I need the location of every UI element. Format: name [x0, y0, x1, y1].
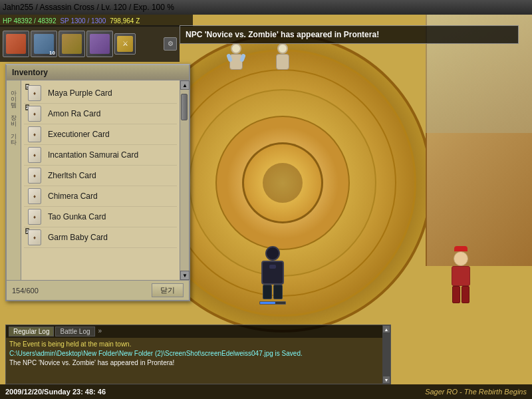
chat-tab-0[interactable]: Regular Log: [9, 327, 54, 336]
notification-bar: NPC 'Novice vs. Zombie' has appeared in …: [180, 25, 519, 44]
chat-tab-1[interactable]: Battle Log: [55, 327, 94, 336]
chat-log: Regular LogBattle Log» The Event is bein…: [5, 325, 391, 384]
inventory-item-3[interactable]: Executioner Card: [24, 124, 177, 145]
action-slot-1[interactable]: [3, 31, 29, 57]
item-label-1: Maya Purple Card: [48, 88, 174, 98]
inventory-item-1[interactable]: 5Maya Purple Card: [24, 83, 177, 104]
inventory-footer: 154/600 닫기: [7, 280, 189, 300]
inventory-list: 5Maya Purple Card2Amon Ra CardExecutione…: [21, 80, 180, 280]
item-icon-6: [27, 188, 43, 204]
inventory-item-8[interactable]: 2Garm Baby Card: [24, 227, 177, 248]
menu-btn-1[interactable]: ⚙: [164, 37, 177, 51]
sp-display: SP 1300 / 1300: [60, 17, 106, 25]
inventory-item-5[interactable]: Zherltsh Card: [24, 166, 177, 186]
action-slot-5[interactable]: ⚔: [114, 33, 136, 55]
chat-message-2: The NPC 'Novice vs. Zombie' has appeared…: [9, 358, 387, 368]
item-icon-3: [27, 126, 43, 142]
inventory-body: 아이템 장비 기타 5Maya Purple Card2Amon Ra Card…: [7, 80, 189, 280]
datetime-display: 2009/12/20/Sunday 23: 48: 46: [5, 388, 106, 396]
item-icon-8: 2: [27, 229, 43, 245]
item-label-5: Zherltsh Card: [48, 171, 174, 180]
action-slot-3[interactable]: [59, 31, 85, 57]
item-icon-2: 2: [27, 106, 43, 122]
item-label-7: Tao Gunka Card: [48, 212, 174, 221]
inventory-scrollbar[interactable]: ▲ ▼: [180, 80, 189, 280]
item-label-2: Amon Ra Card: [48, 109, 174, 118]
chat-message-0: The Event is being held at the main town…: [9, 340, 387, 349]
title-bar: Jahn255 / Assassin Cross / Lv. 120 / Exp…: [0, 0, 532, 15]
inventory-window: Inventory 아이템 장비 기타 5Maya Purple Card2Am…: [5, 64, 190, 301]
action-slot-4[interactable]: [86, 31, 113, 57]
chat-tab-arrow[interactable]: »: [96, 327, 104, 336]
scroll-down-arrow[interactable]: ▼: [180, 271, 190, 280]
notification-text: NPC 'Novice vs. Zombie' has appeared in …: [186, 30, 379, 39]
inventory-title: Inventory: [7, 65, 189, 80]
action-bar: 10 ⚔ ⚙: [0, 25, 180, 62]
inventory-sidebar: 아이템 장비 기타: [7, 80, 21, 280]
action-slot-2[interactable]: 10: [31, 31, 57, 57]
inventory-count: 154/600: [12, 287, 39, 295]
close-button[interactable]: 닫기: [152, 283, 184, 297]
chat-scroll-down[interactable]: ▼: [382, 376, 390, 384]
inventory-item-7[interactable]: Tao Gunka Card: [24, 207, 177, 227]
zeny-display: 798,964 Z: [110, 17, 140, 25]
chat-message-1: C:\Users\admin\Desktop\New Folder\New Fo…: [9, 349, 387, 358]
bottom-bar: 2009/12/20/Sunday 23: 48: 46 Sager RO - …: [0, 384, 532, 399]
item-label-4: Incantation Samurai Card: [48, 150, 174, 160]
hp-display: HP 48392 / 48392: [3, 17, 56, 25]
sidebar-tab-item[interactable]: 아이템: [8, 83, 19, 106]
chat-scrollbar[interactable]: ▲ ▼: [382, 325, 390, 384]
inventory-item-6[interactable]: Chimera Card: [24, 186, 177, 207]
inventory-item-2[interactable]: 2Amon Ra Card: [24, 104, 177, 124]
game-title-display: Sager RO - The Rebirth Begins: [425, 388, 527, 396]
item-icon-1: 5: [27, 85, 43, 101]
item-label-8: Garm Baby Card: [48, 233, 174, 242]
item-icon-5: [27, 168, 43, 184]
chat-tabs: Regular LogBattle Log»: [6, 325, 390, 338]
sidebar-tab-other[interactable]: 기타: [8, 126, 19, 144]
npc-sprites-top: [200, 43, 332, 96]
item-icon-4: [27, 147, 43, 163]
player-character: [253, 246, 293, 299]
chat-messages: The Event is being held at the main town…: [6, 338, 390, 370]
item-label-6: Chimera Card: [48, 192, 174, 201]
chat-scroll-up[interactable]: ▲: [382, 325, 390, 333]
inventory-item-4[interactable]: Incantation Samurai Card: [24, 145, 177, 166]
scroll-thumb[interactable]: [181, 94, 188, 120]
scroll-up-arrow[interactable]: ▲: [180, 80, 190, 90]
title-text: Jahn255 / Assassin Cross / Lv. 120 / Exp…: [3, 3, 174, 12]
npc-character: [442, 246, 479, 306]
item-label-3: Executioner Card: [48, 130, 174, 139]
item-icon-7: [27, 209, 43, 225]
sidebar-tab-equip[interactable]: 장비: [8, 108, 19, 125]
